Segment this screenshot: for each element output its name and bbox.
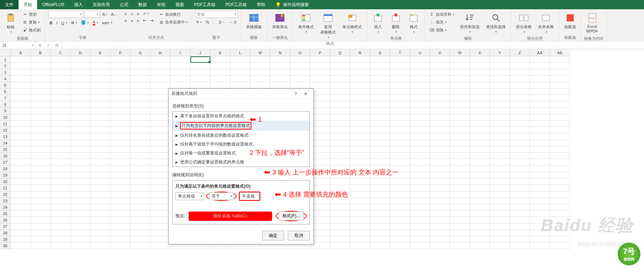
cell[interactable]: [430, 146, 450, 153]
cell[interactable]: [330, 101, 350, 108]
col-header-L[interactable]: L: [230, 49, 250, 56]
cell[interactable]: [550, 127, 570, 133]
cell[interactable]: [350, 243, 370, 249]
cell[interactable]: [490, 101, 510, 108]
col-header-Y[interactable]: Y: [490, 49, 510, 56]
cell[interactable]: [51, 185, 71, 191]
col-header-W[interactable]: W: [450, 49, 470, 56]
cell[interactable]: [410, 185, 430, 191]
cell[interactable]: [310, 82, 330, 88]
cell[interactable]: [230, 56, 250, 63]
cell[interactable]: [131, 204, 150, 210]
cell[interactable]: [510, 172, 530, 178]
cell[interactable]: [131, 146, 150, 153]
cell[interactable]: [370, 210, 390, 217]
cell[interactable]: [51, 95, 71, 101]
cell[interactable]: [11, 217, 31, 223]
cell[interactable]: [91, 146, 111, 153]
cell[interactable]: [350, 217, 370, 223]
cell[interactable]: [510, 185, 530, 191]
cell[interactable]: [131, 88, 150, 95]
enter-formula-button[interactable]: ✓: [44, 43, 53, 48]
cell[interactable]: [111, 76, 131, 82]
cell[interactable]: [450, 76, 470, 82]
cell[interactable]: [150, 95, 170, 101]
col-header-I[interactable]: I: [170, 49, 190, 56]
cell[interactable]: [530, 178, 550, 185]
cell[interactable]: [131, 153, 150, 159]
cell[interactable]: [31, 198, 51, 204]
cell[interactable]: [350, 108, 370, 114]
cell[interactable]: [470, 76, 490, 82]
cell[interactable]: [11, 223, 31, 230]
cell[interactable]: [91, 114, 111, 121]
cell[interactable]: [51, 210, 71, 217]
cell[interactable]: [410, 146, 430, 153]
cell[interactable]: [111, 114, 131, 121]
cell[interactable]: [470, 172, 490, 178]
cell[interactable]: [550, 63, 570, 69]
cell[interactable]: [450, 56, 470, 63]
bold-button[interactable]: B: [48, 20, 54, 26]
cell[interactable]: [390, 56, 410, 63]
rule-type-3[interactable]: ▶仅对高于或低于平均值的数值设置格式: [173, 140, 310, 149]
cell[interactable]: [430, 223, 450, 230]
cell[interactable]: [91, 198, 111, 204]
cell[interactable]: [131, 217, 150, 223]
cell[interactable]: [51, 166, 71, 172]
cell[interactable]: [490, 166, 510, 172]
cell[interactable]: [490, 191, 510, 198]
cell[interactable]: [330, 204, 350, 210]
cell[interactable]: [390, 223, 410, 230]
cell[interactable]: [31, 69, 51, 76]
cell[interactable]: [51, 140, 71, 146]
cell[interactable]: [71, 210, 91, 217]
row-header-25[interactable]: 25: [0, 210, 11, 217]
format-as-table-button[interactable]: 套用 表格格式▾: [318, 11, 338, 40]
cell[interactable]: [470, 101, 490, 108]
cell[interactable]: [390, 153, 410, 159]
cell[interactable]: [111, 204, 131, 210]
select-all-corner[interactable]: [0, 49, 11, 56]
cell[interactable]: [390, 95, 410, 101]
cell[interactable]: [370, 88, 390, 95]
cell[interactable]: [111, 95, 131, 101]
cell[interactable]: [131, 185, 150, 191]
cell[interactable]: [530, 198, 550, 204]
col-header-AB[interactable]: AB: [550, 49, 570, 56]
cell[interactable]: [430, 172, 450, 178]
cell[interactable]: [111, 159, 131, 166]
ok-button[interactable]: 确定: [262, 231, 284, 240]
col-header-Q[interactable]: Q: [330, 49, 350, 56]
cell[interactable]: [91, 63, 111, 69]
cell[interactable]: [530, 133, 550, 140]
percent-button[interactable]: %: [204, 19, 210, 25]
cell[interactable]: [111, 108, 131, 114]
underline-button[interactable]: U▾: [60, 20, 68, 26]
cell[interactable]: [350, 76, 370, 82]
cell[interactable]: [71, 230, 91, 236]
cell[interactable]: [131, 76, 150, 82]
cell[interactable]: [330, 63, 350, 69]
cell[interactable]: [330, 56, 350, 63]
cell[interactable]: [230, 69, 250, 76]
row-header-17[interactable]: 17: [0, 159, 11, 166]
cell[interactable]: [410, 153, 430, 159]
cell[interactable]: [71, 56, 91, 63]
cell[interactable]: [230, 82, 250, 88]
cell[interactable]: [510, 159, 530, 166]
cell[interactable]: [450, 133, 470, 140]
cell[interactable]: [31, 95, 51, 101]
cell[interactable]: [370, 172, 390, 178]
cell[interactable]: [490, 223, 510, 230]
cell[interactable]: [91, 236, 111, 243]
row-header-15[interactable]: 15: [0, 146, 11, 153]
cell[interactable]: [510, 101, 530, 108]
cell[interactable]: [530, 108, 550, 114]
cell[interactable]: [131, 159, 150, 166]
cell[interactable]: [51, 121, 71, 127]
cell[interactable]: [490, 69, 510, 76]
align-top-button[interactable]: ≡: [123, 11, 128, 17]
col-header-S[interactable]: S: [370, 49, 390, 56]
cell[interactable]: [390, 69, 410, 76]
